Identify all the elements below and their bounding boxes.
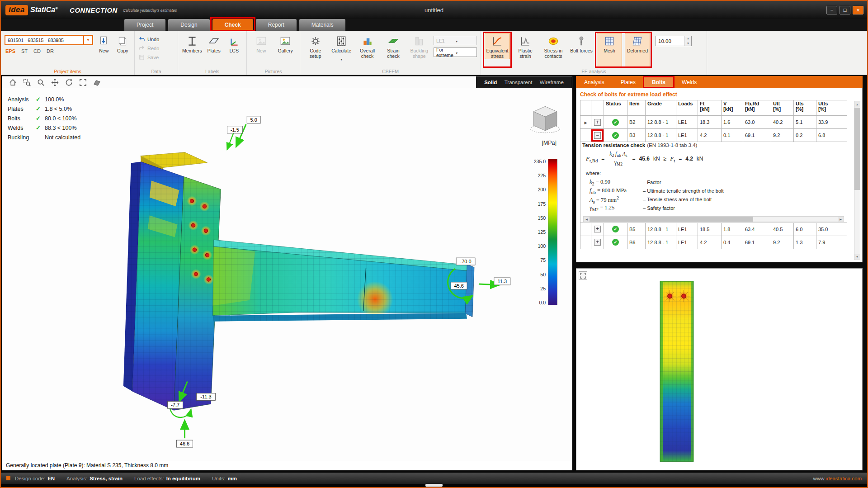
svg-text:-1.5: -1.5 (231, 127, 239, 133)
extreme-dropdown[interactable]: For extreme (434, 47, 477, 57)
load-label: -7.7 (168, 401, 183, 408)
tab-materials[interactable]: Materials (299, 19, 346, 31)
redo-button[interactable]: Redo (138, 45, 159, 52)
fit-view-button[interactable] (78, 77, 88, 87)
mode-solid[interactable]: Solid (484, 80, 497, 85)
strain-check-icon (387, 35, 399, 47)
tab-check[interactable]: Check (212, 19, 253, 31)
equivalent-stress-icon (491, 35, 503, 47)
chevron-down-icon (455, 38, 474, 43)
spinner-up-icon[interactable] (685, 36, 691, 41)
chevron-down-icon[interactable] (84, 35, 93, 45)
expand-button[interactable] (594, 239, 601, 246)
deformed-scale-spinner[interactable]: 10.00 (656, 36, 692, 46)
gallery-button[interactable]: Gallery (275, 33, 297, 67)
bolt-forces-icon (576, 35, 587, 47)
new-picture-button[interactable]: New (250, 33, 272, 67)
check-row-bolts: Bolts80.0 < 100% (8, 114, 80, 123)
document-title: untitled (425, 7, 443, 14)
expand-button[interactable] (594, 119, 601, 126)
project-item-selector[interactable]: 681501 - 683515 - 683985 (5, 35, 93, 45)
check-ok-icon (36, 115, 45, 122)
table-row[interactable]: B612 8.8 - 1 LE14.2 0.469.1 9.21.3 7.9 (580, 236, 847, 249)
table-row[interactable]: B312 8.8 - 1 LE14.2 0.169.1 9.20.2 6.8 (580, 129, 847, 142)
view-cube[interactable] (526, 102, 565, 137)
deformed-button[interactable]: Deformed (625, 33, 650, 67)
group-labels: Members Plates LCS Labels (178, 31, 247, 75)
3d-canvas[interactable]: 5.0 -1.5 -70.0 45.6 11.3 -11.3 -7.7 46.6… (2, 88, 572, 461)
close-button[interactable] (853, 6, 863, 14)
table-vertical-scrollbar[interactable] (854, 101, 860, 260)
scroll-left-icon[interactable] (584, 217, 590, 222)
colorbar: [MPa] 235.0225 200175 150125 10075 5025 … (534, 140, 557, 305)
scrollbar-thumb[interactable] (590, 217, 753, 222)
mesh-icon (604, 35, 615, 47)
detail-horizontal-scrollbar[interactable] (583, 216, 844, 222)
stress-in-contacts-button[interactable]: Stress in contacts (541, 33, 566, 67)
load-effect-dropdown[interactable]: LE1 (434, 36, 477, 45)
minimize-button[interactable] (826, 6, 837, 14)
rotate-button[interactable] (64, 77, 74, 87)
members-button[interactable]: Members (182, 33, 203, 67)
new-item-button[interactable]: New (96, 33, 112, 67)
plates-button[interactable]: Plates (205, 33, 223, 67)
expand-button[interactable] (594, 226, 601, 232)
home-view-button[interactable] (8, 77, 18, 87)
tab-design[interactable]: Design (168, 19, 209, 31)
plastic-strain-button[interactable]: Plastic strain (513, 33, 538, 67)
maximize-button[interactable] (840, 6, 850, 14)
table-row[interactable]: B512 8.8 - 1 LE118.5 1.863.4 40.56.0 35.… (580, 223, 847, 236)
code-setup-button[interactable]: Code setup (304, 33, 327, 67)
equivalent-stress-button[interactable]: Equivalent stress (485, 33, 510, 59)
plate-stress-view[interactable] (656, 280, 698, 463)
bolt-forces-button[interactable]: Bolt forces (569, 33, 594, 67)
collapse-button[interactable] (594, 132, 601, 139)
tab-bolts[interactable]: Bolts (644, 76, 674, 88)
where-line: As = 79 mm2– Tensile stress area of the … (590, 195, 845, 204)
calculate-button[interactable]: Calculate (330, 33, 353, 67)
svg-text:-70.0: -70.0 (460, 259, 472, 264)
connection-model[interactable]: 5.0 -1.5 -70.0 45.6 11.3 -11.3 -7.7 46.6 (2, 88, 572, 461)
colorbar-gradient (548, 159, 557, 305)
brand-name: StatiCa® (30, 6, 58, 14)
table-row[interactable]: B212 8.8 - 1 LE118.3 1.663.0 40.25.1 33.… (580, 116, 847, 129)
module-name: CONNECTION (70, 6, 118, 14)
undo-button[interactable]: Undo (138, 36, 159, 43)
tab-project[interactable]: Project (124, 19, 165, 31)
status-ok-icon (612, 132, 619, 139)
strain-check-button[interactable]: Strain check (382, 33, 405, 67)
spinner-down-icon[interactable] (685, 41, 691, 46)
zoom-button[interactable] (36, 77, 46, 87)
scroll-right-icon[interactable] (838, 217, 844, 222)
mode-eps[interactable]: EPS (5, 48, 15, 54)
mode-cd[interactable]: CD (33, 48, 41, 54)
mode-st[interactable]: ST (21, 48, 28, 54)
mesh-button[interactable]: Mesh (597, 33, 622, 67)
group-fe-analysis: Equivalent stress Plastic strain Stress … (481, 31, 707, 75)
scroll-down-icon[interactable] (854, 254, 860, 260)
copy-item-button[interactable]: Copy (115, 33, 131, 67)
column-member[interactable] (123, 152, 221, 411)
lcs-button[interactable]: LCS (225, 33, 243, 67)
tab-welds[interactable]: Welds (674, 76, 705, 88)
beam-member[interactable] (212, 240, 474, 322)
website-link[interactable]: www.ideastatica.com (813, 476, 862, 481)
mode-transparent[interactable]: Transparent (505, 80, 533, 85)
pan-icon (51, 78, 59, 87)
brand-tagline: Calculate yesterday's estimates (123, 8, 177, 13)
overall-check-button[interactable]: Overall check (356, 33, 379, 67)
tab-analysis[interactable]: Analysis (576, 76, 613, 88)
scrollbar-thumb[interactable] (854, 108, 860, 190)
title-bar: idea StatiCa® CONNECTION Calculate yeste… (1, 1, 867, 19)
tab-report[interactable]: Report (256, 19, 297, 31)
zoom-window-button[interactable] (22, 77, 32, 87)
save-button[interactable]: Save (138, 54, 159, 61)
scroll-up-icon[interactable] (854, 101, 860, 107)
perspective-button[interactable] (92, 77, 102, 87)
pan-button[interactable] (50, 77, 60, 87)
expand-view-button[interactable] (579, 271, 587, 280)
mode-wireframe[interactable]: Wireframe (540, 80, 564, 85)
buckling-shape-button[interactable]: Buckling shape (408, 33, 431, 67)
mode-dr[interactable]: DR (47, 48, 54, 54)
tab-plates[interactable]: Plates (613, 76, 644, 88)
